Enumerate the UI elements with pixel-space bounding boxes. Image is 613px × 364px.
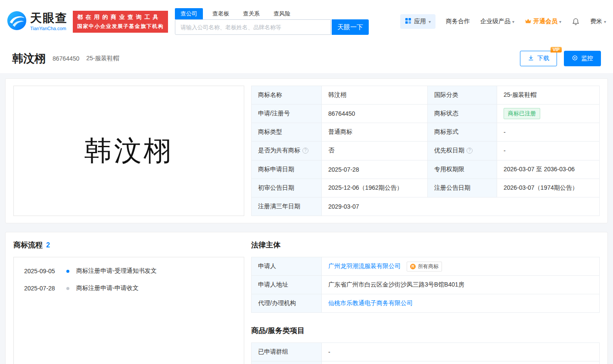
- field-value: 2025-07-28: [322, 160, 428, 179]
- nav-vip[interactable]: 开通会员 ▾: [525, 18, 561, 25]
- list-item: 2025-07-28 商标注册申请-申请收文: [14, 280, 244, 297]
- title-actions: 下载 VIP 监控: [520, 51, 601, 66]
- page-title-bar: 韩汶栩 86764450 25-服装鞋帽 下载 VIP 监控: [0, 43, 613, 73]
- download-label: 下载: [537, 55, 549, 62]
- timeline-dot-icon: [66, 287, 69, 290]
- vip-badge: VIP: [551, 47, 562, 52]
- field-value: 广东省广州市白云区金沙街沙凤三路3号B馆B401房: [322, 276, 600, 294]
- field-value: 仙桃市乐教通电子商务有限公司: [322, 294, 600, 313]
- details-card: 商标流程2 2025-09-05 商标注册申请-受理通知书发文 2025-07-…: [5, 232, 608, 364]
- monitor-icon: [572, 55, 578, 62]
- search-input[interactable]: [175, 19, 331, 35]
- field-value: -: [322, 343, 600, 361]
- field-label: 申请人: [252, 257, 322, 276]
- applicant-company-link[interactable]: 广州龙羽潮流服装有限公司: [328, 262, 401, 269]
- flow-text: 商标注册申请-受理通知书发文: [76, 267, 157, 275]
- trademark-image-text: 韩汶栩: [84, 132, 174, 170]
- table-row: 注册满三年日期 2029-03-07: [252, 197, 600, 216]
- help-icon[interactable]: ?: [467, 148, 473, 154]
- registered-trademark-icon: R: [410, 264, 416, 269]
- legal-entity-section: 法律主体 申请人 广州龙羽潮流服装有限公司 R 所有商标 申请人地址 广东省广: [251, 239, 600, 364]
- trademark-overview-card: 韩汶栩 商标名称 韩汶栩 国际分类 25-服装鞋帽 申请/注册号 8676445…: [5, 78, 608, 223]
- field-label-text: 优先权日期: [434, 147, 464, 154]
- chevron-down-icon: ▾: [429, 19, 431, 24]
- notification-bell-icon[interactable]: [572, 18, 580, 26]
- logo-name: 天眼查: [30, 12, 68, 25]
- field-value: 商标已注册: [497, 105, 600, 123]
- chevron-down-icon: ▾: [559, 19, 561, 24]
- promo-line2: 国家中小企业发展子基金旗下机构: [77, 23, 164, 30]
- tab-company[interactable]: 查公司: [175, 8, 203, 19]
- status-badge: 商标已注册: [504, 108, 540, 119]
- username: 费米: [590, 18, 602, 25]
- nav-cooperation[interactable]: 商务合作: [446, 18, 470, 25]
- field-value: -: [322, 361, 600, 364]
- table-row: 已申请群组 -: [252, 343, 600, 361]
- table-row: 商标申请日期 2025-07-28 专用权期限 2026-03-07 至 203…: [252, 160, 600, 179]
- all-trademarks-badge[interactable]: R 所有商标: [407, 262, 442, 271]
- content-area: 韩汶栩 商标名称 韩汶栩 国际分类 25-服装鞋帽 申请/注册号 8676445…: [0, 73, 613, 364]
- table-row: 是否为共有商标? 否 优先权日期? -: [252, 142, 600, 160]
- field-value: 86764450: [322, 105, 428, 123]
- search-area: 查公司 查老板 查关系 查风险 天眼一下: [175, 8, 369, 35]
- field-value: -: [497, 142, 600, 160]
- table-row: 已申请商品/服务 -: [252, 361, 600, 364]
- table-row: 申请人地址 广东省广州市白云区金沙街沙凤三路3号B馆B401房: [252, 276, 600, 294]
- field-label: 商标形式: [428, 123, 497, 142]
- legal-section-title: 法律主体: [251, 240, 600, 250]
- agent-company-link[interactable]: 仙桃市乐教通电子商务有限公司: [328, 299, 413, 306]
- table-row: 申请人 广州龙羽潮流服装有限公司 R 所有商标: [252, 257, 600, 276]
- chevron-down-icon: ▾: [512, 19, 514, 24]
- nav-enterprise[interactable]: 企业级产品 ▾: [480, 18, 514, 25]
- field-label: 商标申请日期: [252, 160, 322, 179]
- page-title: 韩汶栩: [12, 51, 46, 66]
- promo-banner: 都在用的商业查询工具 国家中小企业发展子基金旗下机构: [73, 11, 168, 33]
- logo-swirl-icon: [7, 11, 27, 32]
- flow-title-text: 商标流程: [13, 241, 43, 249]
- field-label: 已申请群组: [252, 343, 322, 361]
- field-label: 商标类型: [252, 123, 322, 142]
- monitor-label: 监控: [581, 55, 593, 62]
- download-button[interactable]: 下载 VIP: [520, 51, 557, 66]
- flow-date: 2025-07-28: [24, 285, 62, 292]
- table-row: 商标类型 普通商标 商标形式 -: [252, 123, 600, 142]
- flow-text: 商标注册申请-申请收文: [76, 284, 139, 292]
- monitor-button[interactable]: 监控: [564, 51, 601, 66]
- list-item: 2025-09-05 商标注册申请-受理通知书发文: [14, 262, 244, 280]
- goods-section-title: 商品/服务类项目: [251, 326, 600, 336]
- download-icon: [528, 55, 534, 62]
- user-menu[interactable]: 费米 ▾: [590, 18, 606, 25]
- trademark-info-table: 商标名称 韩汶栩 国际分类 25-服装鞋帽 申请/注册号 86764450 商标…: [251, 86, 600, 216]
- field-label: 是否为共有商标?: [252, 142, 322, 160]
- field-value: 否: [322, 142, 428, 160]
- apps-menu[interactable]: 应用 ▾: [400, 14, 436, 29]
- flow-timeline: 2025-09-05 商标注册申请-受理通知书发文 2025-07-28 商标注…: [13, 257, 244, 364]
- tab-boss[interactable]: 查老板: [208, 8, 233, 19]
- goods-services-table: 已申请群组 - 已申请商品/服务 -: [251, 342, 600, 364]
- help-icon[interactable]: ?: [302, 148, 308, 154]
- tab-risk[interactable]: 查风险: [269, 8, 295, 19]
- crown-icon: [525, 18, 532, 25]
- header-nav: 应用 ▾ 商务合作 企业级产品 ▾ 开通会员 ▾ 费米 ▾: [400, 14, 606, 29]
- field-label: 申请人地址: [252, 276, 322, 294]
- field-value: -: [497, 123, 600, 142]
- tab-relation[interactable]: 查关系: [239, 8, 264, 19]
- field-value: 广州龙羽潮流服装有限公司 R 所有商标: [322, 257, 600, 276]
- flow-section-title: 商标流程2: [13, 240, 244, 250]
- field-label: 专用权期限: [428, 160, 497, 179]
- field-value: 2026-03-07（1974期公告）: [497, 179, 600, 197]
- table-row: 申请/注册号 86764450 商标状态 商标已注册: [252, 105, 600, 123]
- field-label: 优先权日期?: [428, 142, 497, 160]
- field-label: 初审公告日期: [252, 179, 322, 197]
- field-label-text: 是否为共有商标: [258, 147, 300, 154]
- nav-vip-label: 开通会员: [533, 18, 557, 25]
- trademark-flow-section: 商标流程2 2025-09-05 商标注册申请-受理通知书发文 2025-07-…: [13, 239, 244, 364]
- table-row: 商标名称 韩汶栩 国际分类 25-服装鞋帽: [252, 86, 600, 105]
- field-label: 已申请商品/服务: [252, 361, 322, 364]
- timeline-dot-icon: [66, 270, 69, 273]
- search-button[interactable]: 天眼一下: [332, 19, 369, 35]
- field-value: 2025-12-06（1962期公告）: [322, 179, 428, 197]
- tianyancha-logo[interactable]: 天眼查 TianYanCha.com: [7, 11, 68, 32]
- field-label: 申请/注册号: [252, 105, 322, 123]
- field-value: 普通商标: [322, 123, 428, 142]
